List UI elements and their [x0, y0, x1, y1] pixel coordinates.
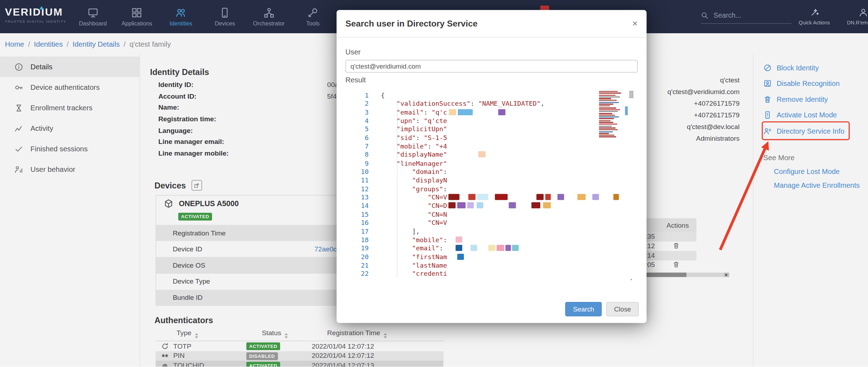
- sidebar-item-label: User behavior: [30, 165, 75, 174]
- column-header-registration-time[interactable]: Registration Time: [327, 329, 443, 339]
- dashboard-icon: [87, 7, 98, 18]
- scroll-down-icon[interactable]: ▾: [630, 278, 633, 282]
- sidebar-item-device-authenticators[interactable]: Device authenticators: [0, 77, 140, 98]
- nav-item-dashboard[interactable]: Dashboard: [71, 0, 115, 33]
- identity-fields: Identity ID:00aAccount ID:5f4fName:Regis…: [158, 79, 338, 159]
- scroll-right-button[interactable]: ▶: [724, 273, 729, 277]
- sidebar-item-activity[interactable]: Activity: [0, 118, 140, 139]
- breadcrumb-item-identity-details[interactable]: Identity Details: [72, 40, 120, 48]
- nav-item-tools[interactable]: Tools: [291, 0, 335, 33]
- quick-actions-button[interactable]: Quick Actions: [796, 0, 833, 33]
- delete-row-button[interactable]: [673, 242, 680, 251]
- sort-icon[interactable]: [195, 333, 198, 339]
- line-number: 7: [346, 142, 369, 151]
- result-code-editor[interactable]: 1{2 "validationSuccess": "NAME_VALIDATED…: [346, 88, 638, 283]
- hourglass-icon: [14, 103, 23, 112]
- nav-item-label: Devices: [215, 20, 235, 26]
- identity-actions-panel: Block IdentityDisable RecognitionRemove …: [753, 54, 868, 367]
- redaction-chip: [470, 245, 477, 251]
- line-number: 6: [346, 134, 369, 142]
- field-label: Identity ID:: [158, 81, 327, 89]
- redaction-chip: [478, 151, 485, 157]
- breadcrumb-item-identities[interactable]: Identities: [34, 40, 63, 48]
- field-label: Line manager mobile:: [158, 150, 327, 157]
- code-line: 7 "mobile": "+4: [346, 142, 638, 151]
- lost-mode-icon: [763, 111, 772, 119]
- device-status-badge: ACTIVATED: [178, 213, 212, 221]
- sidebar-item-label: Finished sessions: [30, 145, 88, 153]
- redaction-chip: [496, 245, 504, 251]
- action-label: Block Identity: [777, 63, 819, 72]
- close-button[interactable]: Close: [606, 302, 639, 316]
- session-time: :35: [645, 233, 655, 240]
- line-number: 22: [346, 270, 369, 278]
- close-icon[interactable]: ×: [632, 19, 638, 28]
- editor-minimap: [599, 91, 624, 140]
- action-disable-recognition[interactable]: Disable Recognition: [763, 78, 868, 88]
- application-window: VERIDIUM TRUSTED DIGITAL IDENTITY Dashbo…: [0, 0, 868, 367]
- line-number: 20: [346, 253, 369, 261]
- search-button[interactable]: Search: [565, 302, 602, 316]
- line-number: 11: [346, 176, 369, 185]
- code-line: 13 "CN=V: [346, 193, 638, 202]
- action-block-identity[interactable]: Block Identity: [763, 63, 868, 72]
- editor-scrollbar-thumb[interactable]: [630, 91, 633, 98]
- link-configure-lost-mode[interactable]: Configure Lost Mode: [774, 167, 868, 176]
- sort-icon[interactable]: [284, 333, 288, 339]
- action-remove-identity[interactable]: Remove Identity: [763, 94, 868, 104]
- logo-accent-triangle: [39, 6, 44, 9]
- redaction-chip: [543, 203, 551, 209]
- device-row-label: Registration Time: [156, 229, 314, 237]
- action-label: Activate Lost Mode: [777, 111, 837, 119]
- action-directory-service-info[interactable]: Directory Service Info: [763, 126, 868, 136]
- sidebar-item-finished-sessions[interactable]: Finished sessions: [0, 139, 140, 159]
- refresh-icon: [161, 342, 169, 350]
- actions-column-header: Actions: [667, 221, 689, 229]
- field-label: Account ID:: [158, 93, 327, 100]
- redaction-chip: [545, 194, 551, 200]
- nav-item-identities[interactable]: Identities: [159, 0, 203, 33]
- sidebar-item-details[interactable]: Details: [0, 57, 140, 77]
- user-menu[interactable]: DN.R'emuß G: [838, 0, 868, 33]
- field-label: Line manager email:: [158, 138, 327, 146]
- trash-icon: [763, 95, 772, 104]
- code-line: 14 "CN=D: [346, 202, 638, 210]
- registration-time: 2022/01/04 12:07:12: [312, 352, 443, 360]
- delete-row-button[interactable]: [673, 261, 680, 270]
- session-time: :05: [645, 261, 655, 269]
- redaction-chip: [557, 194, 564, 200]
- nav-item-devices[interactable]: Devices: [203, 0, 247, 33]
- brand-tagline: TRUSTED DIGITAL IDENTITY: [5, 19, 66, 23]
- nav-item-orchestrator[interactable]: Orchestrator: [247, 0, 291, 33]
- sidebar-item-enrollment-trackers[interactable]: Enrollment trackers: [0, 98, 140, 118]
- nav-item-applications[interactable]: Applications: [115, 0, 159, 33]
- redaction-chip: [512, 245, 519, 251]
- registration-time: 2022/01/04 12:07:13: [312, 362, 443, 367]
- field-label: Registration time:: [158, 115, 327, 123]
- authenticator-row-pin: PINDISABLED2022/01/04 12:07:12: [155, 351, 443, 361]
- applications-icon: [131, 7, 142, 18]
- identity-field-row: Identity ID:00a: [158, 79, 338, 91]
- search-placeholder: Search...: [714, 12, 741, 19]
- activity-icon: [14, 124, 23, 133]
- veridium-logo[interactable]: VERIDIUM TRUSTED DIGITAL IDENTITY: [5, 6, 66, 23]
- navbar-search[interactable]: Search...: [701, 12, 792, 24]
- action-label: Remove Identity: [777, 95, 828, 104]
- redaction-chip: [488, 245, 495, 251]
- breadcrumb-item-home[interactable]: Home: [5, 40, 24, 48]
- action-activate-lost-mode[interactable]: Activate Lost Mode: [763, 110, 868, 120]
- code-line: 8 "displayName": [346, 151, 638, 159]
- line-number: 13: [346, 193, 369, 202]
- column-header-status[interactable]: Status: [262, 329, 327, 339]
- editor-scrollbar[interactable]: ▾: [630, 89, 633, 282]
- redaction-chip: [468, 194, 475, 200]
- sidebar-item-user-behavior[interactable]: User behavior: [0, 159, 140, 180]
- identity-field-row: Language:: [158, 125, 338, 136]
- open-devices-button[interactable]: [191, 180, 202, 191]
- identity-field-row: Name:: [158, 102, 338, 113]
- link-manage-active-enrollments[interactable]: Manage Active Enrollments: [774, 181, 868, 190]
- sort-icon[interactable]: [383, 333, 386, 339]
- user-input[interactable]: [346, 60, 638, 72]
- code-line: 22 "credenti: [346, 270, 638, 278]
- column-header-type[interactable]: Type: [155, 329, 262, 339]
